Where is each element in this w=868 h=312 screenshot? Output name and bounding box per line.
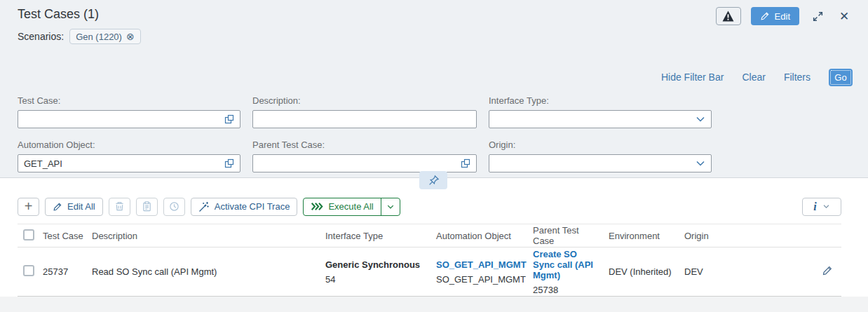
select-all-checkbox[interactable]	[23, 229, 34, 240]
origin-select-value[interactable]	[489, 155, 711, 172]
filter-field-origin: Origin:	[489, 140, 712, 172]
column-header-origin[interactable]: Origin	[684, 231, 775, 241]
test-case-filter-label: Test Case:	[18, 95, 240, 107]
paste-button[interactable]	[136, 198, 158, 216]
description-filter-input[interactable]	[253, 111, 476, 128]
filter-field-test-case: Test Case:	[18, 95, 240, 128]
pencil-icon	[760, 11, 770, 21]
info-icon: i	[813, 201, 816, 213]
column-header-interface-type[interactable]: Interface Type	[325, 231, 436, 241]
edit-all-button[interactable]: Edit All	[45, 198, 103, 216]
go-button[interactable]: Go	[829, 69, 853, 86]
table-info-menu-button[interactable]: i	[802, 198, 841, 216]
column-header-automation-object[interactable]: Automation Object	[436, 231, 533, 241]
delete-button[interactable]	[109, 198, 130, 216]
origin-filter-label: Origin:	[489, 140, 712, 151]
test-cases-page: Test Cases (1) Edit	[0, 0, 868, 312]
history-button[interactable]	[163, 198, 185, 216]
edit-all-label: Edit All	[67, 201, 95, 212]
filter-field-automation-object: Automation Object:	[18, 140, 240, 172]
cell-parent-test-case: Create SO Sync call (API Mgmt) 25738	[533, 249, 609, 295]
row-checkbox[interactable]	[23, 265, 34, 276]
column-header-environment[interactable]: Environment	[609, 231, 684, 241]
plus-icon: +	[25, 199, 33, 213]
interface-type-name: Generic Synchronous	[325, 259, 428, 270]
cell-test-case: 25737	[43, 266, 92, 277]
page-title: Test Cases (1)	[18, 7, 99, 22]
expand-button[interactable]	[809, 8, 826, 25]
activate-cpi-trace-label: Activate CPI Trace	[215, 201, 290, 212]
interface-type-select[interactable]	[489, 110, 712, 128]
interface-type-select-value[interactable]	[489, 111, 711, 128]
cell-origin: DEV	[684, 266, 775, 277]
execute-all-button[interactable]: Execute All	[304, 198, 380, 215]
origin-select[interactable]	[489, 154, 712, 172]
column-header-parent-test-case[interactable]: Parent Test Case	[533, 225, 609, 246]
chevron-down-icon	[822, 203, 830, 210]
add-row-button[interactable]: +	[18, 198, 39, 216]
automation-object-id: SO_GET_API_MGMT	[436, 274, 524, 285]
pencil-icon	[53, 202, 62, 212]
table-header-row: Test Case Description Interface Type Aut…	[18, 224, 841, 247]
cell-row-actions	[822, 265, 841, 278]
parent-test-case-filter-input[interactable]	[253, 155, 476, 172]
edit-button[interactable]: Edit	[751, 7, 799, 25]
clock-icon	[169, 201, 179, 212]
close-button[interactable]: ✕	[836, 8, 853, 25]
messages-button[interactable]	[716, 7, 741, 25]
scenario-token[interactable]: Gen (1220) ⊗	[69, 29, 141, 44]
header-and-filter-section: Test Cases (1) Edit	[0, 0, 868, 178]
description-filter-label: Description:	[252, 95, 477, 107]
page-header: Test Cases (1) Edit	[18, 7, 853, 25]
clear-link[interactable]: Clear	[742, 72, 765, 83]
automation-object-filter-label: Automation Object:	[18, 140, 240, 151]
table-row[interactable]: 25737 Read SO Sync call (API Mgmt) Gener…	[18, 247, 841, 297]
row-edit-icon[interactable]	[822, 265, 833, 276]
cell-interface-type: Generic Synchronous 54	[325, 259, 436, 285]
scenarios-label: Scenarios:	[18, 31, 64, 42]
execute-all-split-button: Execute All	[303, 198, 400, 216]
test-cases-table-card: + Edit All	[18, 178, 841, 297]
filters-link[interactable]: Filters	[784, 72, 811, 83]
execute-all-menu-arrow[interactable]	[381, 198, 400, 215]
pin-filter-bar-button[interactable]	[419, 171, 447, 189]
scenarios-row: Scenarios: Gen (1220) ⊗	[18, 28, 853, 45]
filter-field-description: Description:	[252, 95, 477, 128]
hide-filter-bar-link[interactable]: Hide Filter Bar	[661, 72, 724, 83]
content-background	[0, 297, 868, 312]
cell-environment: DEV (Inherited)	[609, 266, 684, 277]
magic-wand-icon	[198, 201, 210, 212]
parent-test-case-filter-label: Parent Test Case:	[252, 140, 477, 151]
parent-test-case-link[interactable]: Create SO Sync call (API Mgmt)	[533, 249, 600, 280]
column-header-test-case[interactable]: Test Case	[43, 231, 92, 241]
automation-object-filter-input[interactable]	[18, 155, 240, 172]
table-section: + Edit All	[0, 178, 868, 312]
cell-automation-object: SO_GET_API_MGMT SO_GET_API_MGMT	[436, 259, 533, 285]
trash-icon	[114, 201, 125, 212]
clipboard-icon	[142, 201, 152, 212]
activate-cpi-trace-button[interactable]: Activate CPI Trace	[191, 198, 298, 216]
chevron-down-icon	[386, 203, 395, 211]
scenario-token-label: Gen (1220)	[76, 32, 122, 42]
value-help-icon[interactable]	[224, 114, 235, 125]
fullscreen-icon	[812, 11, 824, 22]
close-icon: ✕	[839, 9, 849, 24]
chevron-down-icon[interactable]	[695, 158, 706, 169]
execute-all-label: Execute All	[328, 201, 373, 212]
interface-type-id: 54	[325, 274, 428, 285]
table-toolbar: + Edit All	[18, 197, 841, 216]
test-case-filter-input[interactable]	[18, 111, 240, 128]
remove-token-icon[interactable]: ⊗	[126, 31, 135, 42]
value-help-icon[interactable]	[224, 158, 235, 169]
filter-field-parent-test-case: Parent Test Case:	[252, 140, 477, 172]
column-header-description[interactable]: Description	[92, 231, 325, 241]
warning-icon	[722, 11, 734, 22]
pin-icon	[428, 175, 440, 186]
value-help-icon[interactable]	[460, 158, 471, 169]
header-actions: Edit ✕	[716, 7, 853, 25]
triple-chevron-icon	[311, 202, 323, 211]
filter-field-interface-type: Interface Type:	[489, 95, 712, 128]
chevron-down-icon[interactable]	[695, 114, 706, 125]
automation-object-link[interactable]: SO_GET_API_MGMT	[436, 259, 524, 270]
edit-button-label: Edit	[775, 11, 790, 22]
